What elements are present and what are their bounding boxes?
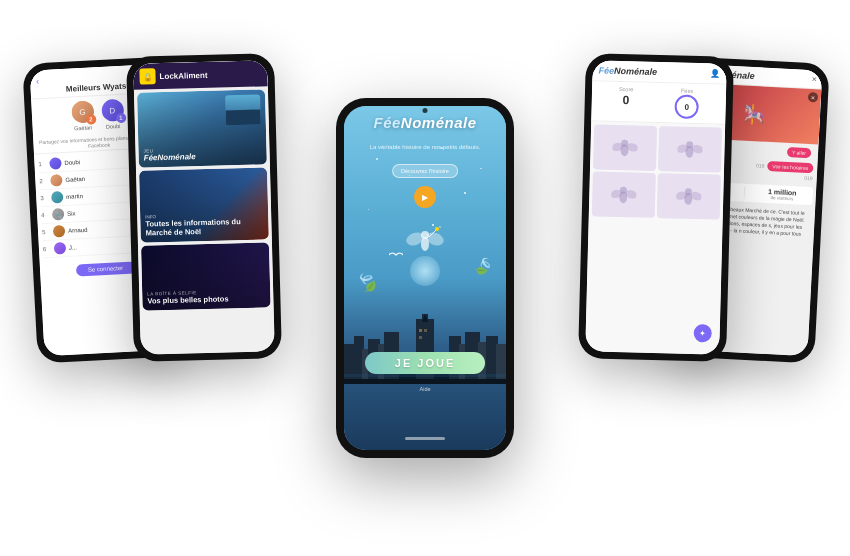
- avatar-doubi: D 1: [101, 99, 124, 122]
- fairy-grid: [589, 121, 726, 222]
- center-logo: FéeNoménale: [344, 114, 506, 131]
- left2-logo: LockAliment: [159, 70, 207, 80]
- avatar-gaetan: G 2: [71, 100, 94, 123]
- fees-label: Fées: [681, 88, 693, 94]
- fairy-action-button[interactable]: ✦: [693, 324, 711, 342]
- center-screen: FéeNoménale La véritable histoire de nos…: [344, 106, 506, 450]
- je-joue-button[interactable]: JE JOUE: [365, 352, 485, 374]
- glow-effect: [410, 256, 440, 286]
- svg-point-3: [421, 231, 429, 239]
- aide-text: Aide: [419, 386, 430, 392]
- r1-logo-fee: Fée: [598, 65, 614, 75]
- logo-icon: 🔒: [139, 68, 155, 84]
- card2-title: Vos plus belles photos: [147, 293, 265, 305]
- fairy-card-2[interactable]: [658, 126, 722, 173]
- r2-close-icon[interactable]: ×: [811, 74, 817, 84]
- fairy-card-3[interactable]: [592, 171, 656, 218]
- phone-center-wrapper: FéeNoménale La véritable histoire de nos…: [336, 98, 514, 458]
- game-name: FéeNoménale: [144, 150, 262, 162]
- svg-rect-19: [424, 329, 427, 332]
- svg-rect-27: [344, 379, 506, 384]
- phone-left2: 🔒 LockAliment JEU FéeNoménale: [126, 53, 282, 362]
- year2-text: 019: [804, 175, 813, 181]
- card1-title: Toutes les informations du Marché de Noë…: [145, 216, 263, 237]
- r1-logo-nom: Noménale: [614, 66, 657, 77]
- camera-dot: [423, 108, 428, 113]
- score-label: Score: [619, 86, 634, 92]
- logo-nom: Noménale: [401, 114, 477, 131]
- phone-right1: FéeNoménale 👤 Score 0 Fées 0: [578, 53, 734, 362]
- scene: ‹ Meilleurs Wyats G 2 Gaëtan D 1: [0, 0, 850, 556]
- selfie-card[interactable]: LA BOÎTE À SELFIE Vos plus belles photos: [141, 242, 271, 310]
- svg-rect-18: [419, 329, 422, 332]
- game-card-feenomenale[interactable]: JEU FéeNoménale: [137, 89, 267, 167]
- connect-button[interactable]: Se connecter: [75, 261, 136, 276]
- r1-user-icon: 👤: [710, 69, 720, 78]
- right1-logo: FéeNoménale: [598, 65, 657, 77]
- fairy-card-1[interactable]: [593, 124, 657, 171]
- svg-rect-26: [496, 344, 506, 384]
- score-value: 0: [622, 93, 629, 107]
- center-tagline: La véritable histoire de nos petits défa…: [344, 144, 506, 150]
- cityscape: [344, 314, 506, 388]
- marche-noel-card[interactable]: INFO Toutes les informations du Marché d…: [139, 167, 269, 242]
- discover-button[interactable]: Découvrez l'histoire: [392, 164, 458, 178]
- stat-visitors-label: de visiteurs: [768, 195, 797, 201]
- svg-point-6: [432, 224, 434, 226]
- fairy-card-4[interactable]: [657, 173, 721, 220]
- svg-rect-20: [419, 336, 422, 339]
- fees-circle: 0: [674, 94, 699, 119]
- phone-center: FéeNoménale La véritable histoire de nos…: [336, 98, 514, 458]
- logo-fee: Fée: [373, 114, 400, 131]
- svg-point-5: [435, 227, 439, 231]
- play-circle-button[interactable]: ▶: [414, 186, 436, 208]
- y-aller-button[interactable]: Y aller: [787, 147, 812, 158]
- svg-rect-28: [344, 374, 506, 377]
- home-indicator: [405, 437, 445, 440]
- svg-point-7: [439, 226, 441, 228]
- back-icon[interactable]: ‹: [36, 76, 40, 86]
- year1-text: 019: [756, 162, 765, 168]
- bird-decoration: [389, 250, 403, 261]
